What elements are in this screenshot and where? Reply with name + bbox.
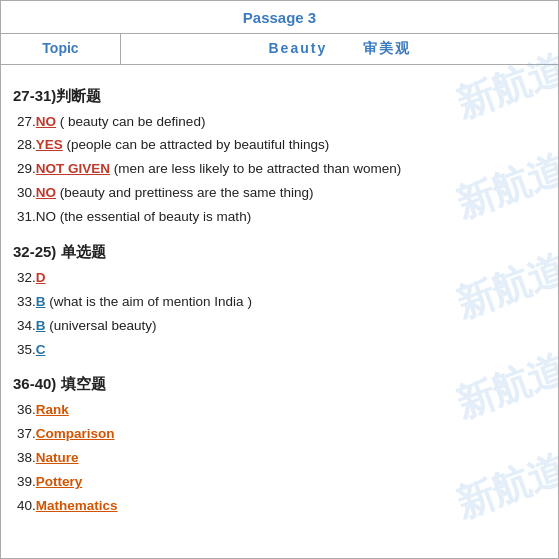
- q28-answer: YES: [36, 137, 63, 152]
- q33-text: (what is the aim of mention India ): [46, 294, 252, 309]
- q35-answer: C: [36, 342, 46, 357]
- q36-answer: Rank: [36, 402, 69, 417]
- section1-title: 27-31)判断题: [13, 83, 546, 109]
- section-judgement: 27-31)判断题 27.NO ( beauty can be defined)…: [13, 83, 546, 229]
- q31-num: 31.: [17, 209, 36, 224]
- q28-text: (people can be attracted by beautiful th…: [63, 137, 329, 152]
- list-item: 34.B (universal beauty): [17, 315, 546, 338]
- beauty-label: Beauty: [268, 40, 327, 56]
- judgement-list: 27.NO ( beauty can be defined) 28.YES (p…: [17, 111, 546, 230]
- topic-row: Topic Beauty 审美观: [1, 34, 558, 65]
- q33-num: 33.: [17, 294, 36, 309]
- list-item: 31.NO (the essential of beauty is math): [17, 206, 546, 229]
- q39-num: 39.: [17, 474, 36, 489]
- section3-title: 36-40) 填空题: [13, 371, 546, 397]
- list-item: 38.Nature: [17, 447, 546, 470]
- q34-text: (universal beauty): [46, 318, 157, 333]
- topic-value: Beauty 审美观: [121, 34, 558, 64]
- list-item: 29.NOT GIVEN (men are less likely to be …: [17, 158, 546, 181]
- q31-text: (the essential of beauty is math): [56, 209, 251, 224]
- section2-title: 32-25) 单选题: [13, 239, 546, 265]
- q32-answer: D: [36, 270, 46, 285]
- q32-num: 32.: [17, 270, 36, 285]
- list-item: 35.C: [17, 339, 546, 362]
- q30-num: 30.: [17, 185, 36, 200]
- q34-answer: B: [36, 318, 46, 333]
- passage-header: Passage 3: [1, 1, 558, 34]
- q28-num: 28.: [17, 137, 36, 152]
- q33-answer: B: [36, 294, 46, 309]
- q34-num: 34.: [17, 318, 36, 333]
- q27-answer: NO: [36, 114, 56, 129]
- q30-answer: NO: [36, 185, 56, 200]
- section-single: 32-25) 单选题 32.D 33.B (what is the aim of…: [13, 239, 546, 361]
- passage-title: Passage 3: [243, 9, 316, 26]
- section-fill: 36-40) 填空题 36.Rank 37.Comparison 38.Natu…: [13, 371, 546, 517]
- list-item: 36.Rank: [17, 399, 546, 422]
- q37-num: 37.: [17, 426, 36, 441]
- q39-answer: Pottery: [36, 474, 83, 489]
- q38-answer: Nature: [36, 450, 79, 465]
- list-item: 33.B (what is the aim of mention India ): [17, 291, 546, 314]
- list-item: 40.Mathematics: [17, 495, 546, 518]
- q40-num: 40.: [17, 498, 36, 513]
- single-choice-list: 32.D 33.B (what is the aim of mention In…: [17, 267, 546, 362]
- aesthetic-label: 审美观: [363, 40, 411, 56]
- page-wrapper: 新航道 新航道 新航道 新航道 新航道 Passage 3 Topic Beau…: [0, 0, 559, 559]
- topic-label: Topic: [1, 34, 121, 64]
- list-item: 28.YES (people can be attracted by beaut…: [17, 134, 546, 157]
- q29-text: (men are less likely to be attracted tha…: [110, 161, 401, 176]
- q36-num: 36.: [17, 402, 36, 417]
- list-item: 27.NO ( beauty can be defined): [17, 111, 546, 134]
- list-item: 39.Pottery: [17, 471, 546, 494]
- q27-num: 27.: [17, 114, 36, 129]
- list-item: 32.D: [17, 267, 546, 290]
- q37-answer: Comparison: [36, 426, 115, 441]
- q35-num: 35.: [17, 342, 36, 357]
- q29-num: 29.: [17, 161, 36, 176]
- list-item: 30.NO (beauty and prettiness are the sam…: [17, 182, 546, 205]
- q27-text: ( beauty can be defined): [56, 114, 205, 129]
- q38-num: 38.: [17, 450, 36, 465]
- q31-answer: NO: [36, 209, 56, 224]
- q29-answer: NOT GIVEN: [36, 161, 110, 176]
- q30-text: (beauty and prettiness are the same thin…: [56, 185, 313, 200]
- fill-blank-list: 36.Rank 37.Comparison 38.Nature 39.Potte…: [17, 399, 546, 518]
- list-item: 37.Comparison: [17, 423, 546, 446]
- content-area: 27-31)判断题 27.NO ( beauty can be defined)…: [1, 65, 558, 527]
- q40-answer: Mathematics: [36, 498, 118, 513]
